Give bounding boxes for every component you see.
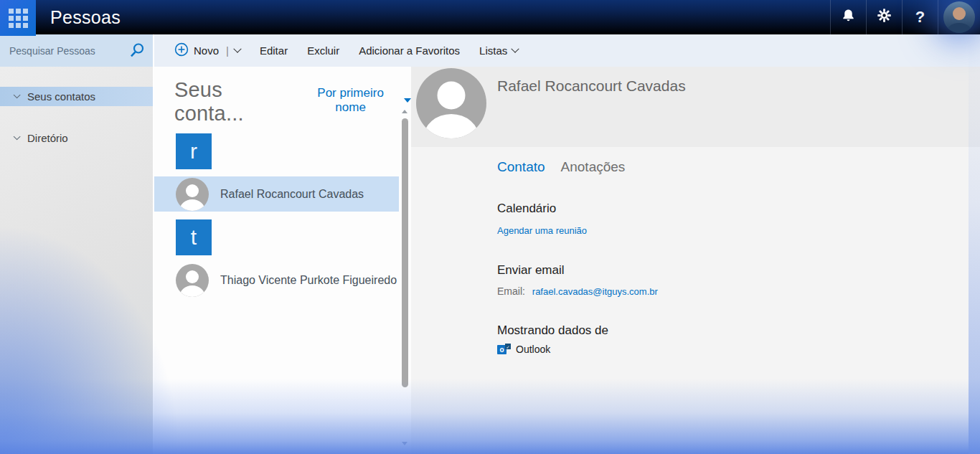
outlook-icon: o ✓ <box>497 344 511 355</box>
user-avatar[interactable] <box>943 1 975 33</box>
search-icon <box>128 50 146 61</box>
letter-group-header[interactable]: t <box>176 219 212 255</box>
person-silhouette-icon <box>416 68 486 138</box>
app-launcher-button[interactable] <box>0 0 36 36</box>
contact-list-item[interactable]: Thiago Vicente Purkote Figueiredo <box>154 263 399 298</box>
schedule-meeting-link[interactable]: Agendar uma reunião <box>497 225 587 236</box>
section-heading: Enviar email <box>497 263 958 278</box>
app-title: Pessoas <box>50 0 121 34</box>
edit-button-label: Editar <box>260 44 288 57</box>
notifications-button[interactable] <box>831 0 866 34</box>
add-to-favorites-button[interactable]: Adicionar a Favoritos <box>359 44 460 57</box>
contact-list-panel: Seus conta... Por primeiro nome r <box>154 67 411 454</box>
contact-name: Rafael Rocancourt Cavadas <box>220 188 364 201</box>
lists-button-label: Listas <box>479 44 507 57</box>
section-heading: Mostrando dados de <box>497 323 958 338</box>
main-area: Seus contatos Diretório Seus conta... Po… <box>0 67 980 454</box>
letter-group-header[interactable]: r <box>176 133 212 169</box>
edit-button[interactable]: Editar <box>260 44 288 57</box>
bell-icon <box>841 8 856 27</box>
sidebar-item-label: Diretório <box>27 132 68 144</box>
contact-detail-name: Rafael Rocancourt Cavadas <box>497 77 686 95</box>
sort-dropdown-label: Por primeiro nome <box>303 86 398 115</box>
email-label: Email: <box>497 285 525 297</box>
sidebar-item-your-contacts[interactable]: Seus contatos <box>0 87 153 106</box>
email-address-link[interactable]: rafael.cavadas@itguys.com.br <box>532 286 658 297</box>
send-email-section: Enviar email Email: rafael.cavadas@itguy… <box>497 263 958 297</box>
contact-list-item[interactable]: Rafael Rocancourt Cavadas <box>154 176 399 212</box>
contact-list-title: Seus conta... <box>174 78 292 126</box>
chevron-down-icon <box>14 91 21 98</box>
sort-dropdown[interactable]: Por primeiro nome <box>303 86 411 115</box>
plus-circle-icon <box>174 42 189 59</box>
help-button[interactable]: ? <box>903 0 938 34</box>
scroll-up-arrow[interactable] <box>402 110 407 113</box>
scroll-down-arrow[interactable] <box>402 442 407 445</box>
settings-button[interactable] <box>867 0 902 34</box>
contact-detail-panel: Rafael Rocancourt Cavadas Contato Anotaç… <box>411 67 980 454</box>
section-heading: Calendário <box>497 202 958 216</box>
contact-list-header: Seus conta... Por primeiro nome <box>154 67 411 126</box>
user-avatar-area <box>938 0 980 34</box>
tab-notes[interactable]: Anotações <box>561 159 626 175</box>
lists-button[interactable]: Listas <box>479 44 518 57</box>
contact-detail-body: Contato Anotações Calendário Agendar uma… <box>411 147 980 355</box>
contact-name: Thiago Vicente Purkote Figueiredo <box>220 274 397 287</box>
question-mark-icon: ? <box>915 8 925 27</box>
delete-button-label: Excluir <box>307 44 339 57</box>
app-launcher-grid-icon <box>9 9 28 28</box>
data-source-section: Mostrando dados de o ✓ Outlook <box>497 323 958 355</box>
owa-people-app: Pessoas <box>0 0 980 454</box>
person-silhouette-icon <box>176 264 209 297</box>
new-button-divider: | <box>226 44 229 57</box>
search-bar <box>0 34 153 67</box>
sidebar-item-directory[interactable]: Diretório <box>0 128 153 148</box>
new-button[interactable]: Novo | <box>174 42 240 59</box>
contact-list-scrollbar <box>399 67 411 454</box>
search-input[interactable] <box>0 34 128 67</box>
top-bar: Pessoas <box>0 0 980 34</box>
scrollbar-thumb[interactable] <box>402 118 408 387</box>
sidebar-item-label: Seus contatos <box>27 90 95 103</box>
folders-sidebar: Seus contatos Diretório <box>0 67 153 454</box>
search-button[interactable] <box>127 42 147 60</box>
calendar-section: Calendário Agendar uma reunião <box>497 202 958 237</box>
chevron-down-icon <box>233 44 241 52</box>
gear-icon <box>877 8 892 27</box>
add-to-favorites-label: Adicionar a Favoritos <box>359 44 460 57</box>
command-toolbar: Novo | Editar Excluir Adicionar a Favori… <box>154 34 980 67</box>
new-button-label: Novo <box>194 44 219 57</box>
data-source-name: Outlook <box>516 344 550 355</box>
chevron-down-icon <box>14 133 21 140</box>
top-bar-actions: ? <box>830 0 980 34</box>
delete-button[interactable]: Excluir <box>307 44 339 57</box>
detail-tabs: Contato Anotações <box>497 159 958 175</box>
tab-contact[interactable]: Contato <box>497 159 545 175</box>
chevron-down-icon <box>512 44 519 52</box>
contact-detail-header: Rafael Rocancourt Cavadas <box>411 67 980 147</box>
person-silhouette-icon <box>176 178 209 211</box>
